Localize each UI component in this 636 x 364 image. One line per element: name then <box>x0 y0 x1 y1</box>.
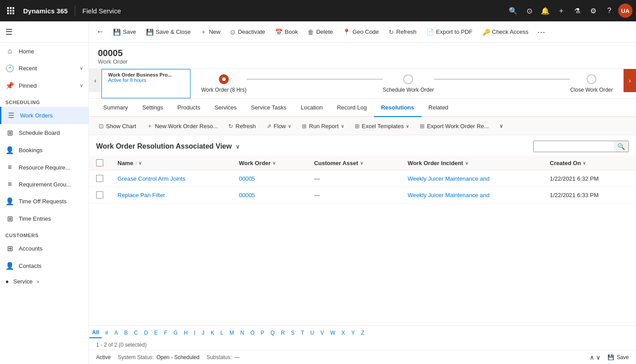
alpha-btn-t[interactable]: T <box>298 328 307 338</box>
save-button[interactable]: 💾 Save <box>109 26 141 38</box>
tab-services[interactable]: Services <box>207 99 244 117</box>
waffle-menu[interactable] <box>4 4 18 18</box>
bpf-left-chevron[interactable]: ‹ <box>89 69 101 92</box>
work-order-link[interactable]: 00005 <box>239 175 255 182</box>
alpha-btn-c[interactable]: C <box>131 328 141 338</box>
tab-summary[interactable]: Summary <box>96 99 135 117</box>
geocode-button[interactable]: 📍 Geo Code <box>338 26 383 38</box>
tab-products[interactable]: Products <box>170 99 207 117</box>
tab-service-tasks[interactable]: Service Tasks <box>244 99 294 117</box>
check-access-button[interactable]: 🔑 Check Access <box>478 26 533 38</box>
alpha-btn-j[interactable]: J <box>198 328 207 338</box>
resolution-name-link[interactable]: Replace Pan Filter <box>117 192 165 198</box>
bpf-node-schedule[interactable]: Schedule Work Order <box>383 74 434 93</box>
tab-settings[interactable]: Settings <box>135 99 170 117</box>
alpha-btn-n[interactable]: N <box>237 328 247 338</box>
refresh-button[interactable]: ↻ Refresh <box>384 26 421 38</box>
select-all-checkbox[interactable] <box>96 159 103 166</box>
alpha-btn-k[interactable]: K <box>207 328 217 338</box>
alpha-btn-x[interactable]: X <box>338 328 348 338</box>
alpha-btn-y[interactable]: Y <box>348 328 358 338</box>
list-view-chevron-icon[interactable]: ∨ <box>235 143 240 150</box>
new-button[interactable]: ＋ New <box>196 25 225 39</box>
alpha-btn-g[interactable]: G <box>170 328 181 338</box>
customer-asset-column-header[interactable]: Customer Asset ∨ <box>307 156 401 170</box>
alpha-btn-l[interactable]: L <box>217 328 227 338</box>
tab-related[interactable]: Related <box>421 99 456 117</box>
sidebar-toggle[interactable]: ☰ <box>5 27 12 37</box>
alpha-btn-r[interactable]: R <box>278 328 288 338</box>
alpha-btn-a[interactable]: A <box>111 328 121 338</box>
alpha-btn-b[interactable]: B <box>121 328 131 338</box>
sub-refresh-button[interactable]: ↻ Refresh <box>224 121 260 132</box>
alpha-btn-z[interactable]: Z <box>358 328 367 338</box>
save-status-button[interactable]: 💾 Save <box>608 354 629 360</box>
search-icon[interactable]: 🔍 <box>506 4 520 18</box>
sidebar-item-time-entries[interactable]: ⊞ Time Entries <box>0 210 89 227</box>
row-checkbox-cell[interactable] <box>89 187 110 203</box>
export-button[interactable]: ⊞ Export Work Order Re... <box>415 121 493 132</box>
sidebar-item-contacts[interactable]: 👤 Contacts <box>0 257 89 275</box>
advanced-find-icon[interactable]: ⚗ <box>570 4 584 18</box>
alpha-btn-d[interactable]: D <box>141 328 151 338</box>
sidebar-item-bookings[interactable]: 👤 Bookings <box>0 142 89 159</box>
row-checkbox[interactable] <box>96 175 103 182</box>
alpha-btn-w[interactable]: W <box>327 328 338 338</box>
flow-button[interactable]: ⇗ Flow ∨ <box>262 121 296 132</box>
alpha-btn-m[interactable]: M <box>227 328 237 338</box>
more-commands-button[interactable]: ⋯ <box>534 24 549 40</box>
search-button[interactable]: 🔍 <box>614 141 628 152</box>
alpha-btn-s[interactable]: S <box>288 328 298 338</box>
notifications-icon[interactable]: 🔔 <box>538 4 552 18</box>
run-report-button[interactable]: ⊞ Run Report ∨ <box>297 121 348 132</box>
sidebar-item-accounts[interactable]: ⊞ Accounts <box>0 240 89 257</box>
deactivate-button[interactable]: ⊙ Deactivate <box>226 26 269 38</box>
select-all-header[interactable] <box>89 156 110 170</box>
alpha-btn-#[interactable]: # <box>102 328 111 338</box>
tab-record-log[interactable]: Record Log <box>330 99 374 117</box>
alpha-btn-all[interactable]: All <box>89 328 102 338</box>
sidebar-item-recent[interactable]: 🕐 Recent ∨ <box>0 60 89 77</box>
alpha-btn-v[interactable]: V <box>317 328 327 338</box>
incident-link[interactable]: Weekly Juicer Maintenance and <box>408 175 490 182</box>
scroll-down-button[interactable]: ∨ <box>596 354 600 361</box>
show-chart-button[interactable]: ⊡ Show Chart <box>94 121 141 132</box>
save-close-button[interactable]: 💾 Save & Close <box>142 26 195 38</box>
search-input[interactable] <box>534 142 614 152</box>
delete-button[interactable]: 🗑 Delete <box>303 26 337 38</box>
book-button[interactable]: 📅 Book <box>271 26 303 38</box>
list-search-box[interactable]: 🔍 <box>533 141 629 152</box>
back-button[interactable]: ← <box>93 24 108 39</box>
settings-icon[interactable]: ⚙ <box>586 4 600 18</box>
row-checkbox[interactable] <box>96 191 103 198</box>
service-group[interactable]: ● Service › <box>0 275 89 288</box>
status-icon[interactable]: ⊙ <box>522 4 536 18</box>
create-icon[interactable]: ＋ <box>554 4 568 18</box>
incident-link[interactable]: Weekly Juicer Maintenance and <box>408 192 490 198</box>
resolution-name-link[interactable]: Grease Control Arm Joints <box>117 175 185 182</box>
tab-resolutions[interactable]: Resolutions <box>374 99 421 117</box>
sidebar-item-schedule-board[interactable]: ⊞ Schedule Board <box>0 124 89 142</box>
row-checkbox-cell[interactable] <box>89 170 110 187</box>
alpha-btn-q[interactable]: Q <box>267 328 278 338</box>
alpha-btn-i[interactable]: I <box>191 328 198 338</box>
tab-location[interactable]: Location <box>294 99 330 117</box>
alpha-btn-f[interactable]: F <box>161 328 170 338</box>
sidebar-item-pinned[interactable]: 📌 Pinned ∨ <box>0 77 89 94</box>
created-on-column-header[interactable]: Created On ∨ <box>543 156 636 170</box>
scroll-up-button[interactable]: ∧ <box>590 354 594 361</box>
sidebar-item-work-orders[interactable]: ☰ Work Orders <box>0 107 89 124</box>
bpf-right-arrow[interactable]: › <box>624 69 636 92</box>
user-avatar[interactable]: UA <box>618 4 632 18</box>
sidebar-item-home[interactable]: ⌂ Home <box>0 43 89 60</box>
incident-column-header[interactable]: Work Order Incident ∨ <box>401 156 543 170</box>
alpha-btn-p[interactable]: P <box>258 328 267 338</box>
help-icon[interactable]: ? <box>602 4 616 18</box>
name-column-header[interactable]: Name ↑ ∨ <box>110 156 232 170</box>
sidebar-item-requirement-grp[interactable]: ≡ Requirement Grou... <box>0 176 89 193</box>
sidebar-item-resource-req[interactable]: ≡ Resource Require... <box>0 159 89 176</box>
bpf-node-work-order[interactable]: Work Order (8 Hrs) <box>201 74 247 93</box>
bpf-active-stage[interactable]: Work Order Business Pro... Active for 8 … <box>101 69 190 98</box>
bpf-node-close[interactable]: Close Work Order <box>570 74 613 93</box>
new-work-order-reso-button[interactable]: ＋ New Work Order Reso... <box>142 120 222 132</box>
